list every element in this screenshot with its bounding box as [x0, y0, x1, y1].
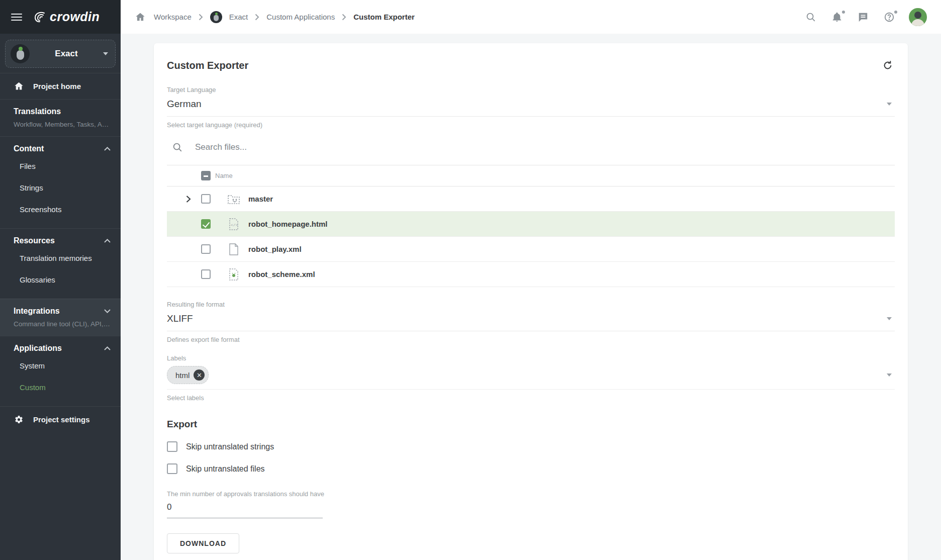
row-checkbox[interactable]: [201, 194, 211, 204]
search-placeholder: Search files...: [195, 142, 247, 152]
chevron-up-icon: [104, 346, 111, 350]
chevron-up-icon: [104, 239, 111, 243]
chevron-right-icon: [342, 14, 346, 21]
checkbox[interactable]: [167, 463, 177, 474]
section-title: Integrations: [14, 307, 60, 316]
top-bar-main: Workspace Exact Custom Applications Cust…: [121, 0, 941, 34]
file-name: robot_scheme.xml: [248, 270, 315, 278]
sidebar-item-translation-memories[interactable]: Translation memories: [14, 247, 111, 269]
skip-untranslated-strings-checkbox[interactable]: Skip untranslated strings: [167, 441, 895, 452]
chevron-right-icon: [199, 14, 203, 21]
section-header-resources[interactable]: Resources: [14, 236, 111, 245]
section-title: Resources: [14, 236, 55, 245]
sidebar-item-files[interactable]: Files: [14, 155, 111, 177]
main-content: Custom Exporter Target Language German S…: [121, 34, 941, 560]
project-name: Exact: [30, 49, 103, 59]
file-format-select[interactable]: XLIFF: [167, 308, 895, 331]
section-header-applications[interactable]: Applications: [14, 344, 111, 353]
messages-icon[interactable]: [857, 11, 870, 24]
project-avatar: [210, 11, 222, 23]
file-icon: [228, 243, 239, 256]
sidebar-item-system[interactable]: System: [14, 355, 111, 377]
sidebar-item-project-settings[interactable]: Project settings: [0, 406, 121, 432]
crowdin-logo-icon: [32, 10, 46, 24]
file-table-header: Name: [167, 165, 895, 186]
chevron-down-icon: [104, 309, 111, 313]
branch-folder-icon: [227, 194, 240, 205]
table-row-robot-play[interactable]: robot_play.xml: [167, 237, 895, 262]
min-approvals-input[interactable]: 0: [167, 502, 323, 518]
table-row-master[interactable]: master: [167, 186, 895, 212]
target-language-field: Target Language German Select target lan…: [167, 86, 895, 129]
search-icon[interactable]: [804, 11, 817, 24]
breadcrumb-project[interactable]: Exact: [229, 13, 248, 21]
sidebar-section-integrations[interactable]: Integrations Command line tool (CLI), AP…: [0, 299, 121, 336]
sidebar-section-applications: Applications System Custom: [0, 336, 121, 406]
notification-badge: [841, 10, 846, 15]
breadcrumb-workspace[interactable]: Workspace: [154, 13, 192, 21]
page-title: Custom Exporter: [167, 60, 248, 71]
field-label: The min number of approvals translations…: [167, 490, 895, 498]
hamburger-menu-icon[interactable]: [11, 14, 22, 21]
row-checkbox-checked[interactable]: [201, 219, 211, 229]
top-icons: [804, 8, 927, 26]
checkbox[interactable]: [167, 441, 177, 452]
file-name: robot_homepage.html: [248, 220, 328, 228]
code-file-icon: </>: [228, 218, 239, 231]
row-checkbox[interactable]: [201, 269, 211, 279]
help-icon[interactable]: [883, 11, 896, 24]
top-bar: crowdin Workspace Exact Custom Applicati…: [0, 0, 941, 34]
section-title: Content: [14, 144, 44, 153]
row-checkbox[interactable]: [201, 244, 211, 254]
sidebar-item-glossaries[interactable]: Glossaries: [14, 269, 111, 291]
sidebar-section-translations[interactable]: Translations Workflow, Members, Tasks, A…: [0, 99, 121, 136]
project-selector[interactable]: Exact: [5, 40, 116, 68]
search-icon: [172, 142, 183, 153]
name-column-header: Name: [215, 172, 233, 179]
field-label: Labels: [167, 354, 895, 362]
download-button[interactable]: DOWNLOAD: [167, 533, 239, 553]
section-subtitle: Workflow, Members, Tasks, Act...: [14, 121, 111, 128]
chevron-up-icon: [104, 147, 111, 151]
sidebar-section-resources: Resources Translation memories Glossarie…: [0, 228, 121, 299]
crowdin-wordmark: crowdin: [50, 10, 100, 24]
sidebar-item-screenshots[interactable]: Screenshots: [14, 199, 111, 220]
table-row-robot-homepage[interactable]: </> robot_homepage.html: [167, 212, 895, 237]
home-icon: [14, 81, 24, 91]
sidebar-item-strings[interactable]: Strings: [14, 177, 111, 199]
field-helper: Select target language (required): [167, 121, 895, 129]
file-format-field: Resulting file format XLIFF Defines expo…: [167, 301, 895, 343]
file-search-input[interactable]: Search files...: [167, 142, 895, 153]
section-title: Applications: [14, 344, 62, 353]
refresh-icon[interactable]: [881, 58, 895, 72]
chevron-right-icon: [255, 14, 259, 21]
section-header-content[interactable]: Content: [14, 144, 111, 153]
selected-value: XLIFF: [167, 313, 193, 324]
checkbox-label: Skip untranslated strings: [186, 442, 274, 451]
breadcrumb-custom-applications[interactable]: Custom Applications: [266, 13, 335, 21]
sidebar-item-label: Project settings: [33, 415, 90, 424]
select-all-checkbox[interactable]: [201, 171, 211, 180]
labels-select[interactable]: html ✕: [167, 362, 895, 390]
sidebar-item-label: Project home: [33, 82, 81, 90]
skip-untranslated-files-checkbox[interactable]: Skip untranslated files: [167, 463, 895, 474]
project-avatar: [11, 44, 30, 63]
custom-exporter-card: Custom Exporter Target Language German S…: [154, 43, 908, 560]
expand-chevron-icon[interactable]: [186, 195, 191, 203]
home-icon[interactable]: [134, 11, 147, 24]
close-icon[interactable]: ✕: [194, 369, 205, 381]
target-language-select[interactable]: German: [167, 94, 895, 117]
label-chip[interactable]: html ✕: [167, 366, 209, 384]
crowdin-logo[interactable]: crowdin: [32, 10, 100, 24]
table-row-robot-scheme[interactable]: robot_scheme.xml: [167, 262, 895, 287]
file-name: master: [248, 195, 273, 203]
field-helper: Defines export file format: [167, 336, 895, 343]
chevron-down-icon: [887, 374, 892, 377]
notifications-bell-icon[interactable]: [830, 11, 843, 24]
user-avatar[interactable]: [909, 8, 927, 26]
labels-field: Labels html ✕ Select labels: [167, 354, 895, 402]
sidebar-item-project-home[interactable]: Project home: [0, 73, 121, 99]
sidebar: Exact Project home Translations Workflow…: [0, 34, 121, 560]
sidebar-item-custom[interactable]: Custom: [14, 377, 111, 398]
selected-value: German: [167, 99, 202, 110]
